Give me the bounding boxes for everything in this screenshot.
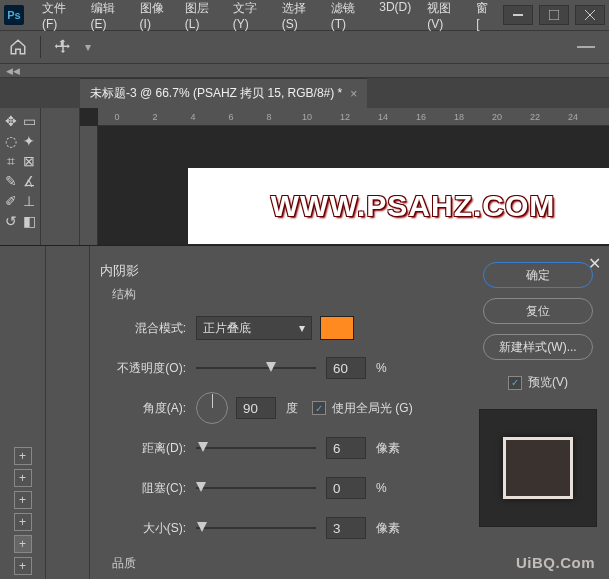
frame-tool[interactable]: ⊠ — [20, 152, 38, 170]
layer-style-dialog: ✕ + + + + + + 内阴影 结构 混合模式: 正片叠底 ▾ 不透明度(O… — [0, 245, 609, 579]
menu-edit[interactable]: 编辑(E) — [83, 0, 132, 35]
canvas-text: WWW.PSAHZ.COM — [271, 189, 556, 223]
menu-window[interactable]: 窗[ — [468, 0, 497, 35]
move-tool-icon[interactable] — [51, 35, 75, 59]
app-logo: Ps — [4, 5, 24, 25]
menu-bar: 文件(F) 编辑(E) 图像(I) 图层(L) 文字(Y) 选择(S) 滤镜(T… — [34, 0, 497, 35]
new-style-button[interactable]: 新建样式(W)... — [483, 334, 593, 360]
spread-slider[interactable] — [196, 481, 316, 495]
angle-label: 角度(A): — [100, 400, 196, 417]
blend-mode-select[interactable]: 正片叠底 ▾ — [196, 316, 312, 340]
ruler-tool[interactable]: ∡ — [20, 172, 38, 190]
opacity-input[interactable] — [326, 357, 366, 379]
structure-label: 结构 — [112, 286, 457, 303]
opacity-slider[interactable] — [196, 361, 316, 375]
close-button[interactable] — [575, 5, 605, 25]
close-icon[interactable]: ✕ — [588, 254, 601, 273]
size-label: 大小(S): — [100, 520, 196, 537]
global-light-label: 使用全局光 (G) — [332, 400, 413, 417]
add-effect-button[interactable]: + — [14, 447, 32, 465]
document-tab[interactable]: 未标题-3 @ 66.7% (PSAHZ 拷贝 15, RGB/8#) * × — [80, 78, 367, 108]
menu-type[interactable]: 文字(Y) — [225, 0, 274, 35]
magic-wand-tool[interactable]: ✦ — [20, 132, 38, 150]
crop-tool[interactable]: ⌗ — [2, 152, 20, 170]
opacity-unit: % — [376, 361, 387, 375]
chevron-down-icon[interactable]: ▾ — [85, 40, 91, 54]
quality-label: 品质 — [112, 555, 457, 572]
menu-select[interactable]: 选择(S) — [274, 0, 323, 35]
add-effect-button[interactable]: + — [14, 513, 32, 531]
blend-mode-label: 混合模式: — [100, 320, 196, 337]
maximize-button[interactable] — [539, 5, 569, 25]
move-tool[interactable]: ✥ — [2, 112, 20, 130]
add-effect-button[interactable]: + — [14, 469, 32, 487]
minimize-button[interactable] — [503, 5, 533, 25]
eraser-tool[interactable]: ◧ — [20, 212, 38, 230]
dialog-spacer — [46, 246, 90, 579]
preview-thumbnail — [479, 409, 597, 527]
size-unit: 像素 — [376, 520, 400, 537]
spread-input[interactable] — [326, 477, 366, 499]
dialog-effects-list: + + + + + + — [0, 246, 46, 579]
eyedropper-tool[interactable]: ✎ — [2, 172, 20, 190]
menu-layer[interactable]: 图层(L) — [177, 0, 225, 35]
svg-rect-0 — [513, 14, 523, 16]
distance-unit: 像素 — [376, 440, 400, 457]
document-tab-title: 未标题-3 @ 66.7% (PSAHZ 拷贝 15, RGB/8#) * — [90, 85, 342, 102]
distance-input[interactable] — [326, 437, 366, 459]
menu-3d[interactable]: 3D(D) — [371, 0, 419, 35]
stamp-tool[interactable]: ⊥ — [20, 192, 38, 210]
preview-label: 预览(V) — [528, 374, 568, 391]
spread-unit: % — [376, 481, 387, 495]
lasso-tool[interactable]: ◌ — [2, 132, 20, 150]
marquee-tool[interactable]: ▭ — [20, 112, 38, 130]
svg-rect-1 — [549, 10, 559, 20]
chevron-left-icon[interactable]: ◀◀ — [6, 66, 20, 76]
blend-mode-value: 正片叠底 — [203, 320, 251, 337]
global-light-checkbox[interactable] — [312, 401, 326, 415]
dialog-title: 内阴影 — [100, 262, 457, 280]
distance-slider[interactable] — [196, 441, 316, 455]
reset-button[interactable]: 复位 — [483, 298, 593, 324]
home-icon[interactable] — [6, 35, 30, 59]
canvas[interactable]: WWW.PSAHZ.COM — [188, 168, 609, 244]
spread-label: 阻塞(C): — [100, 480, 196, 497]
angle-input[interactable] — [236, 397, 276, 419]
close-icon[interactable]: × — [350, 87, 357, 101]
preview-checkbox[interactable] — [508, 376, 522, 390]
divider — [40, 36, 41, 58]
size-input[interactable] — [326, 517, 366, 539]
menu-image[interactable]: 图像(I) — [132, 0, 177, 35]
add-effect-button[interactable]: + — [14, 535, 32, 553]
shadow-color-swatch[interactable] — [320, 316, 354, 340]
ok-button[interactable]: 确定 — [483, 262, 593, 288]
angle-unit: 度 — [286, 400, 298, 417]
menu-filter[interactable]: 滤镜(T) — [323, 0, 372, 35]
watermark: UiBQ.Com — [516, 554, 595, 571]
menu-view[interactable]: 视图(V) — [419, 0, 468, 35]
chevron-down-icon: ▾ — [299, 321, 305, 335]
add-effect-button[interactable]: + — [14, 557, 32, 575]
history-brush-tool[interactable]: ↺ — [2, 212, 20, 230]
menu-file[interactable]: 文件(F) — [34, 0, 83, 35]
options-bar: ▾ — [0, 30, 609, 64]
add-effect-button[interactable]: + — [14, 491, 32, 509]
size-slider[interactable] — [196, 521, 316, 535]
opacity-label: 不透明度(O): — [100, 360, 196, 377]
ruler-horizontal: 024681012141618202224 — [98, 108, 609, 126]
distance-label: 距离(D): — [100, 440, 196, 457]
collapse-icon[interactable] — [577, 46, 595, 48]
angle-dial[interactable] — [196, 392, 228, 424]
brush-tool[interactable]: ✐ — [2, 192, 20, 210]
